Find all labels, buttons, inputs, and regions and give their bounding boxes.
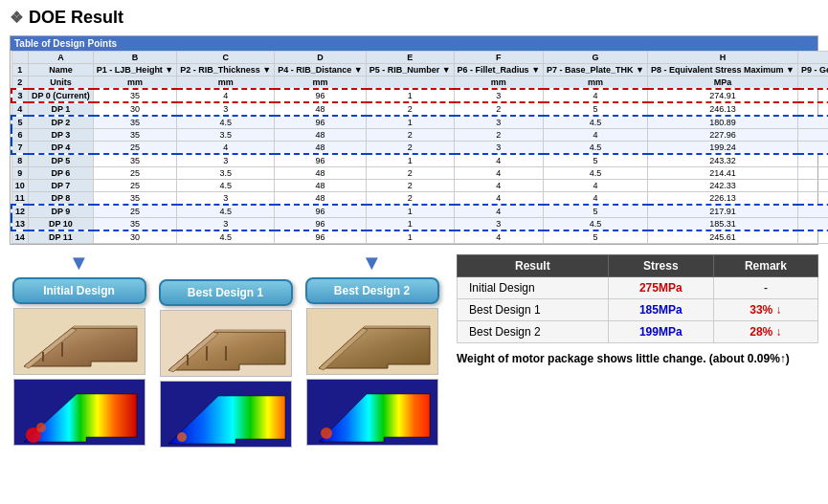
initial-design-button[interactable]: Initial Design bbox=[12, 277, 146, 304]
dp-value: 199.24 bbox=[648, 142, 798, 155]
bottom-section: ▼ Initial Design bbox=[10, 254, 818, 448]
dp-value: 4.5 bbox=[544, 116, 648, 129]
dp-value: 96 bbox=[275, 89, 366, 102]
row-number: 5 bbox=[11, 116, 29, 129]
table-row: 11DP 835348244226.1338.525 bbox=[11, 192, 828, 206]
dp-value: 2 bbox=[366, 102, 454, 116]
dp-value: 48 bbox=[275, 180, 366, 192]
dp-value: 38.53 bbox=[797, 180, 828, 192]
svg-point-26 bbox=[321, 427, 332, 439]
dp-value: 217.91 bbox=[648, 205, 798, 218]
dp-value: 96 bbox=[275, 154, 366, 167]
dp-value: 38.564 bbox=[797, 142, 828, 155]
table-row: 10DP 7254.548244242.3338.53 bbox=[11, 180, 828, 192]
result-table-body: Initial Design275MPa-Best Design 1185MPa… bbox=[458, 277, 818, 343]
dp-value: 30 bbox=[93, 230, 176, 244]
row-number: 8 bbox=[11, 154, 29, 167]
best1-model-image bbox=[160, 310, 292, 377]
dp-value: 35 bbox=[93, 218, 176, 231]
best1-design-button[interactable]: Best Design 1 bbox=[159, 279, 293, 306]
initial-model-image bbox=[13, 308, 145, 375]
dp-value: 4.5 bbox=[177, 230, 275, 244]
dp-value: 4.5 bbox=[544, 167, 648, 180]
result-table: Result Stress Remark Initial Design275MP… bbox=[457, 254, 818, 343]
dp-value: 4.5 bbox=[177, 205, 275, 218]
dp-value: 1 bbox=[366, 154, 454, 167]
dp-value: 4 bbox=[454, 154, 543, 167]
col-a-header: A bbox=[29, 52, 94, 64]
unit-p1: mm bbox=[93, 77, 176, 90]
dp-value: 242.33 bbox=[648, 180, 798, 192]
col-row-num bbox=[11, 52, 29, 64]
units-row: 2 Units mm mm mm mm mm MPa kg bbox=[11, 77, 828, 90]
dp-name: DP 8 bbox=[29, 192, 94, 206]
dp-name: DP 10 bbox=[29, 218, 94, 231]
result-remark: 33% ↓ bbox=[713, 299, 817, 321]
dp-value: 30 bbox=[93, 102, 176, 116]
result-table-section: Result Stress Remark Initial Design275MP… bbox=[457, 254, 818, 367]
dp-value: 96 bbox=[275, 230, 366, 244]
result-name: Best Design 2 bbox=[458, 321, 609, 343]
row-number: 9 bbox=[11, 167, 29, 180]
dp-value: 180.89 bbox=[648, 116, 798, 129]
dp-value: 4 bbox=[177, 89, 275, 102]
row-num-1: 1 bbox=[11, 64, 29, 77]
best1-design-group: Best Design 1 bbox=[156, 254, 295, 448]
dp-value: 5 bbox=[544, 205, 648, 218]
dp-value: 96 bbox=[275, 116, 366, 129]
dp-name: DP 5 bbox=[29, 154, 94, 167]
dp-value: 35 bbox=[93, 116, 176, 129]
table-row: 3DP 0 (Current)35496134274.9138.506 bbox=[11, 89, 828, 102]
unit-p8: MPa bbox=[648, 77, 798, 90]
dp-value: 2 bbox=[454, 129, 543, 142]
dp-value: 2 bbox=[454, 102, 543, 116]
result-header-row: Result Stress Remark bbox=[458, 255, 818, 277]
initial-arrow: ▼ bbox=[69, 252, 90, 274]
table-row: 12DP 9254.596145217.9138.599 bbox=[11, 205, 828, 218]
diamond-icon: ❖ bbox=[10, 9, 23, 27]
result-row: Initial Design275MPa- bbox=[458, 277, 818, 299]
result-stress: 199MPa bbox=[608, 321, 713, 343]
initial-design-group: ▼ Initial Design bbox=[10, 254, 148, 446]
row-number: 6 bbox=[11, 129, 29, 142]
dp-value: 2 bbox=[366, 192, 454, 206]
initial-3d-model-svg bbox=[14, 309, 145, 375]
dp-value: 38.608 bbox=[797, 102, 828, 116]
dp-value: 1 bbox=[366, 116, 454, 129]
dp-value: 48 bbox=[275, 192, 366, 206]
table-wrapper: A B C D E F G H I 1 Name P1 - LJB_Height… bbox=[11, 51, 817, 244]
dp-value: 5 bbox=[544, 154, 648, 167]
result-row: Best Design 1185MPa33% ↓ bbox=[458, 299, 818, 321]
unit-p4: mm bbox=[275, 77, 366, 90]
row-number: 12 bbox=[11, 205, 29, 218]
dp-name: DP 9 bbox=[29, 205, 94, 218]
dp-value: 4 bbox=[454, 205, 543, 218]
svg-marker-23 bbox=[363, 326, 430, 328]
unit-p6: mm bbox=[454, 77, 543, 90]
dp-value: 2 bbox=[366, 142, 454, 155]
dp-name: DP 1 bbox=[29, 102, 94, 116]
best2-design-button[interactable]: Best Design 2 bbox=[305, 277, 439, 304]
dp-value: 3 bbox=[454, 116, 543, 129]
dp-value: 3.5 bbox=[177, 167, 275, 180]
result-remark: 28% ↓ bbox=[713, 321, 817, 343]
row-number: 7 bbox=[11, 142, 29, 155]
title-text: DOE Result bbox=[29, 8, 123, 28]
doe-table: A B C D E F G H I 1 Name P1 - LJB_Height… bbox=[11, 51, 828, 244]
table-row: 4DP 130348225246.1338.608 bbox=[11, 102, 828, 116]
col-p6: P6 - Fillet_Radius ▼ bbox=[454, 64, 543, 77]
dp-value: 38.506 bbox=[797, 89, 828, 102]
table-row: 7DP 425448234.5199.2438.564 bbox=[11, 142, 828, 155]
best2-model-image bbox=[306, 308, 438, 375]
table-row: 8DP 535396145243.3238.596 bbox=[11, 154, 828, 167]
dp-value: 4 bbox=[454, 230, 543, 244]
col-b-header: B bbox=[93, 52, 176, 64]
unit-p7: mm bbox=[544, 77, 648, 90]
dp-value: 2 bbox=[366, 167, 454, 180]
table-row: 14DP 11304.596145245.6138.611 bbox=[11, 230, 828, 244]
col-h-header: H bbox=[648, 52, 798, 64]
dp-value: 4 bbox=[454, 167, 543, 180]
dp-value: 38.611 bbox=[797, 230, 828, 244]
main-container: ❖ DOE Result Table of Design Points A B … bbox=[0, 0, 828, 455]
result-stress: 185MPa bbox=[608, 299, 713, 321]
